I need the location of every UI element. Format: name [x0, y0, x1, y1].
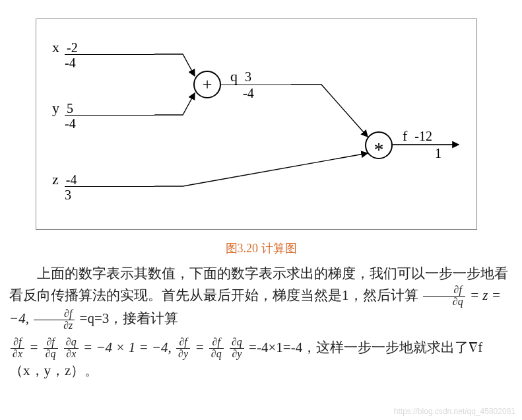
- f-label: f: [403, 127, 411, 145]
- q-grad: -4: [243, 86, 254, 101]
- y-grad: -4: [65, 116, 76, 131]
- q-value: 3: [245, 69, 251, 85]
- q-underline: [221, 85, 291, 85]
- frac-dfdy: ∂f∂y: [176, 337, 190, 360]
- q-label: q: [230, 68, 242, 85]
- y-underline: [65, 115, 154, 116]
- frac-dqdx: ∂q∂x: [64, 337, 79, 360]
- mul-symbol: *: [374, 138, 384, 160]
- z-label: z: [52, 171, 63, 188]
- mul-node: *: [365, 131, 393, 159]
- body-text: 上面的数字表示其数值，下面的数字表示求出的梯度，我们可以一步一步地看看反向传播算…: [9, 263, 513, 382]
- f-value: -12: [414, 129, 432, 144]
- add-node: +: [193, 71, 221, 98]
- x-grad: -4: [65, 55, 76, 71]
- z-value: -4: [66, 172, 77, 188]
- add-symbol: +: [203, 75, 212, 94]
- y-value: 5: [67, 101, 73, 116]
- x-value: -2: [67, 40, 78, 55]
- watermark: https://blog.csdn.net/qq_45802081: [394, 407, 515, 416]
- frac-dfdq: ∂f∂q: [423, 285, 465, 308]
- z-grad: 3: [65, 188, 71, 203]
- frac-dqdy: ∂q∂y: [230, 337, 244, 360]
- eq-y1: =: [195, 339, 207, 355]
- frac-dfdz: ∂f∂z: [34, 308, 75, 332]
- z-underline: [65, 186, 154, 187]
- f-underline: [393, 145, 459, 145]
- frac-dfdq2: ∂f∂q: [44, 337, 58, 360]
- f-grad: 1: [435, 146, 441, 161]
- diagram-box: x -2 -4 y 5 -4 z -4 3 + q 3 -4 * f -12 1: [36, 18, 477, 230]
- wires: [36, 19, 478, 230]
- eq-x1: =: [29, 339, 42, 355]
- output-f: f -12: [403, 127, 432, 145]
- y-label: y: [52, 100, 63, 117]
- intermediate-q: q 3: [230, 68, 251, 85]
- body-b: =q=3，接着计算: [80, 310, 179, 326]
- x-underline: [65, 54, 154, 55]
- x-label: x: [52, 39, 63, 56]
- frac-dfdq3: ∂f∂q: [209, 337, 224, 360]
- figure-caption: 图3.20 计算图: [0, 240, 522, 256]
- eq-x2: = −4 × 1 = −4,: [83, 339, 175, 355]
- frac-dfdx: ∂f∂x: [11, 337, 24, 360]
